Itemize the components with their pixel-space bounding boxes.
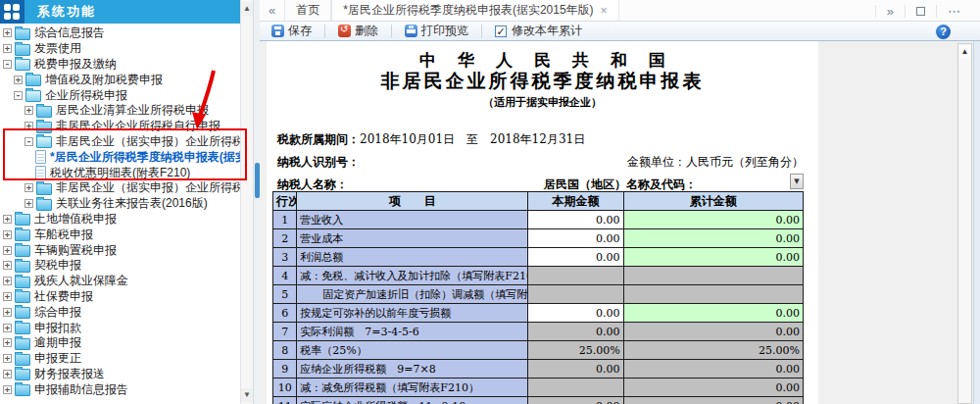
tabs-scroll-left-icon[interactable]: «	[260, 1, 284, 21]
tree-item[interactable]: *居民企业所得税季度纳税申报表(据实2015年版)	[0, 149, 240, 165]
row-item-label: 税率（25%）	[297, 341, 528, 360]
scroll-up-icon[interactable]: ▲	[959, 45, 970, 58]
scroll-up-icon[interactable]: ▲	[241, 2, 253, 16]
tree-item[interactable]: +逾期申报	[0, 335, 240, 351]
expand-icon[interactable]: +	[3, 370, 12, 379]
expand-icon[interactable]: +	[3, 230, 12, 239]
tree-item[interactable]: -税费申报及缴纳	[0, 57, 240, 73]
checkbox-checked-icon[interactable]: ✓	[495, 25, 507, 37]
tree-item[interactable]: +车船税申报	[0, 227, 240, 242]
folder-open-icon	[15, 59, 30, 71]
tree-item[interactable]: +关联业务往来报告表(2016版)	[0, 196, 240, 212]
scroll-down-icon[interactable]: ▼	[241, 388, 253, 402]
tree-item[interactable]: +土地增值税申报	[0, 212, 240, 227]
expand-icon[interactable]: +	[3, 277, 12, 285]
collapse-icon[interactable]: -	[14, 91, 23, 100]
modify-cumulative-toggle[interactable]: ✓ 修改本年累计	[491, 23, 586, 39]
collapse-icon[interactable]: -	[24, 137, 33, 146]
sidebar-scrollbar[interactable]: ▲ ▼	[240, 0, 253, 404]
expand-icon[interactable]: +	[3, 44, 12, 53]
tab-quarterly-return[interactable]: *居民企业所得税季度纳税申报表(据实2015年版) ×	[331, 0, 618, 21]
maximize-icon[interactable]	[916, 7, 925, 16]
tree-item[interactable]: +增值税及附加税费申报	[0, 72, 240, 87]
cumulative-amount-cell[interactable]: 0.00	[623, 248, 803, 267]
current-amount-cell[interactable]: 0.00	[528, 211, 623, 229]
expand-icon[interactable]: +	[3, 292, 12, 301]
table-row: 10减：减免所得税额（填写附表F210）0.00	[273, 379, 804, 397]
tree-item[interactable]: +社保费申报	[0, 289, 240, 305]
save-icon	[271, 25, 284, 37]
tree-item[interactable]: +申报辅助信息报告	[0, 381, 240, 397]
expand-icon[interactable]: +	[24, 199, 33, 208]
expand-icon[interactable]: +	[14, 76, 23, 84]
current-amount-cell[interactable]: 0.00	[528, 304, 623, 323]
expand-icon[interactable]: +	[24, 122, 33, 130]
cumulative-amount-cell[interactable]: 0.00	[623, 304, 803, 323]
content-scrollbar[interactable]: ▲	[957, 43, 972, 404]
tax-form-table: 行次 项 目 本期金额 累计金额 1营业收入0.000.002营业成本0.000…	[272, 191, 804, 404]
print-preview-button[interactable]: 打印预览	[401, 23, 472, 39]
save-label: 保存	[288, 23, 312, 39]
grid-menu-icon[interactable]	[0, 0, 24, 24]
tabs-scroll-right-icon[interactable]: »	[887, 4, 894, 19]
tree-item[interactable]: +发票使用	[0, 41, 240, 57]
tab-quarterly-return-label: *居民企业所得税季度纳税申报表(据实2015年版)	[343, 2, 593, 19]
tree-item[interactable]: +综合信息报告	[0, 25, 240, 41]
tree-item[interactable]: -非居民企业（据实申报）企业所得税月(季)度申报	[0, 134, 240, 150]
expand-icon[interactable]: +	[3, 28, 12, 37]
current-amount-cell[interactable]: 0.00	[528, 248, 623, 267]
row-number: 10	[273, 379, 297, 397]
tree-item[interactable]: +财务报表报送	[0, 367, 240, 382]
tree-item-label: 车船税申报	[34, 227, 93, 242]
expand-icon[interactable]: +	[3, 308, 12, 317]
delete-button[interactable]: 删除	[334, 23, 382, 39]
resident-country-dropdown-icon[interactable]: ▼	[790, 174, 804, 189]
close-tab-icon[interactable]: ×	[601, 5, 608, 17]
tree-item[interactable]: +非居民企业企业所得税自行申报	[0, 119, 240, 134]
folder-icon	[15, 323, 30, 334]
current-amount-cell[interactable]: 0.00	[528, 229, 623, 248]
expand-icon[interactable]: +	[3, 261, 12, 270]
tree-item[interactable]: +契税申报	[0, 258, 240, 274]
row-item-label: 实际应纳企业所得税额 11=9-10	[297, 397, 528, 404]
col-header-cumulative: 累计金额	[623, 192, 803, 211]
print-icon	[405, 25, 417, 37]
tree-item[interactable]: +居民企业清算企业所得税申报	[0, 103, 240, 119]
tree-item[interactable]: +车辆购置税申报	[0, 242, 240, 258]
more-options-icon[interactable]: ⋯	[948, 4, 960, 19]
tab-home[interactable]: 首页	[284, 0, 331, 21]
current-amount-cell	[528, 379, 623, 397]
cumulative-amount-cell[interactable]: 0.00	[623, 211, 803, 229]
help-icon[interactable]: ?	[936, 25, 951, 39]
row-item-label: 营业收入	[297, 211, 528, 229]
folder-icon	[15, 354, 30, 366]
tax-form-sheet: 中华人民共和国 非居民企业所得税季度纳税申报表 （适用于据实申报企业） 税款所属…	[267, 41, 818, 404]
row-number: 5	[273, 285, 297, 304]
tree-item[interactable]: +申报扣款	[0, 320, 240, 335]
table-row: 5固定资产加速折旧（扣除）调减额（填写附表F210）	[273, 285, 804, 304]
tree-item[interactable]: -企业所得税申报	[0, 87, 240, 103]
expand-icon[interactable]: +	[24, 106, 33, 115]
tree-item[interactable]: +申报更正	[0, 351, 240, 367]
expand-icon[interactable]: +	[3, 354, 12, 363]
expand-icon[interactable]: +	[24, 183, 33, 192]
expand-icon[interactable]: +	[3, 338, 12, 347]
folder-icon	[15, 44, 30, 56]
expand-icon[interactable]: +	[3, 385, 12, 394]
expand-icon[interactable]: +	[3, 324, 12, 332]
toolbar: 保存 删除 打印预览 ✓ 修改本年累计 ?	[260, 22, 980, 41]
table-header-row: 行次 项 目 本期金额 累计金额	[273, 192, 804, 211]
cumulative-amount-cell[interactable]: 0.00	[623, 229, 803, 248]
folder-icon	[36, 122, 52, 133]
collapse-icon[interactable]: -	[3, 60, 12, 69]
cumulative-amount-cell: 0.00	[623, 323, 803, 341]
expand-icon[interactable]: +	[3, 246, 12, 255]
save-button[interactable]: 保存	[268, 23, 316, 39]
tree-item[interactable]: +综合申报	[0, 304, 240, 320]
folder-icon	[15, 338, 30, 350]
tree-item[interactable]: +残疾人就业保障金	[0, 274, 240, 289]
tree-item[interactable]: +非居民企业（据实申报）企业所得税年度申报	[0, 180, 240, 196]
tree-item-label: 非居民企业（据实申报）企业所得税年度申报	[56, 180, 240, 196]
tree-item[interactable]: 税收优惠明细表(附表F210)	[0, 165, 240, 180]
expand-icon[interactable]: +	[3, 215, 12, 224]
